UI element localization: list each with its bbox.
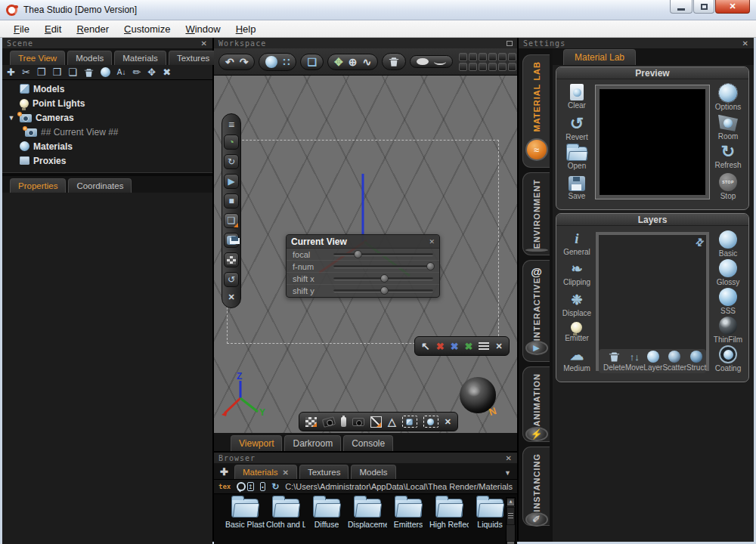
layout-cell[interactable] (488, 63, 497, 71)
fnum-slider[interactable] (333, 265, 433, 268)
diagonal-split-button[interactable] (370, 416, 382, 428)
clipping-button[interactable]: ❧ Clipping (563, 261, 590, 286)
camera-a-icon[interactable] (322, 416, 336, 428)
tab-models[interactable]: Models (67, 51, 112, 65)
camera-record-icon[interactable] (352, 418, 364, 426)
struct-button[interactable]: Struct (686, 351, 706, 372)
add-icon[interactable]: ✚ (7, 67, 15, 77)
delete-layer-button[interactable]: Delete (603, 351, 625, 372)
folder-item[interactable]: Basic Plastic (226, 499, 264, 544)
folder-up-icon[interactable]: ↥ (247, 482, 254, 491)
side-tab-material-lab[interactable]: MATERIAL LAB ≈ (522, 54, 550, 168)
tree-item-proxies[interactable]: Proxies (2, 153, 212, 168)
search-icon[interactable] (237, 482, 241, 491)
menu-file[interactable]: File (6, 21, 37, 37)
show-icon[interactable] (417, 58, 429, 65)
viewport-toolbar-close-icon[interactable]: ✕ (445, 416, 451, 427)
axis-snap-x-icon[interactable]: ✖ (436, 341, 445, 352)
axis-snap-z-icon[interactable]: ✖ (465, 341, 473, 352)
folder-item[interactable]: Cloth and Li (267, 499, 305, 544)
slider-thumb[interactable] (426, 262, 435, 270)
slider-thumb[interactable] (354, 250, 362, 258)
scroll-up-icon[interactable]: ▼ (507, 498, 515, 506)
menu-help[interactable]: Help (228, 21, 264, 37)
rotate-tool-button[interactable]: ⊕ (349, 57, 358, 67)
layout-cell[interactable] (459, 53, 467, 61)
scroll-thumb[interactable] (507, 507, 515, 525)
options-button[interactable]: Options (715, 84, 741, 111)
clear-button[interactable]: Clear (568, 84, 586, 110)
scroll-down-icon[interactable]: ▼ (507, 541, 515, 544)
select-sphere-dashed-button[interactable] (423, 416, 438, 428)
current-view-header[interactable]: Current View ✕ (287, 235, 439, 249)
folder-item[interactable]: Liquids (471, 499, 509, 544)
delete-button[interactable] (389, 56, 399, 67)
tab-console[interactable]: Console (343, 435, 393, 451)
copy-icon[interactable]: ❐ (37, 67, 46, 77)
browser-scrollbar[interactable]: ▼ ▼ (506, 497, 516, 544)
layout-cell[interactable] (459, 63, 467, 71)
close-strip-icon[interactable]: ✕ (228, 292, 234, 302)
browser-close-icon[interactable]: ✕ (506, 454, 513, 462)
thumbnails-button[interactable] (305, 417, 317, 427)
glossy-button[interactable]: Glossy (717, 259, 740, 286)
layout-cell[interactable] (498, 53, 507, 61)
copy-button[interactable]: ❏ (307, 57, 317, 67)
workspace-restore-icon[interactable] (507, 41, 513, 46)
layout-cell[interactable] (479, 63, 487, 71)
folder-item[interactable]: Emitters (389, 499, 427, 544)
add-layer-button[interactable]: Layer (643, 351, 662, 372)
move-layer-button[interactable]: ↑↓ Move (625, 351, 643, 372)
menu-edit[interactable]: Edit (37, 21, 69, 37)
folder-capture-icon[interactable]: • (260, 482, 265, 491)
transform-icon[interactable]: ✥ (147, 67, 156, 77)
tab-browser-models[interactable]: Models (351, 465, 395, 479)
axis-snap-y-icon[interactable]: ✖ (451, 341, 459, 352)
alpha-button[interactable] (224, 252, 239, 267)
tab-textures[interactable]: Textures (169, 51, 218, 65)
select-by-material-button[interactable] (265, 56, 277, 68)
fit-view-button[interactable]: ❏ (224, 213, 239, 228)
tab-properties[interactable]: Properties (10, 178, 66, 193)
collapse-arrow-icon[interactable]: ▼ (7, 114, 16, 122)
sort-az-icon[interactable]: A↓ (117, 67, 126, 77)
delete-icon[interactable] (84, 67, 94, 78)
gauge-button[interactable]: ◔ (224, 134, 239, 150)
tab-close-icon[interactable]: ✕ (283, 468, 289, 477)
folder-item[interactable]: Displaceme (349, 499, 386, 544)
save-image-button[interactable] (224, 233, 239, 248)
refresh-button[interactable]: ↻ Refresh (714, 144, 741, 169)
tab-browser-materials[interactable]: Materials✕ (234, 465, 297, 479)
tree-item-cameras[interactable]: ▼ Cameras (2, 110, 212, 125)
settings-close-icon[interactable]: ✕ (742, 39, 749, 48)
sss-button[interactable]: SSS (719, 288, 737, 315)
close-button[interactable]: ✕ (715, 0, 750, 14)
stop-button[interactable]: ■ (224, 193, 239, 209)
refresh-button[interactable]: ↺ (224, 272, 239, 287)
revert-button[interactable]: ↺ Revert (565, 116, 587, 141)
tab-material-lab[interactable]: Material Lab (563, 49, 636, 65)
tab-materials[interactable]: Materials (114, 51, 166, 65)
hide-icon[interactable] (434, 59, 446, 65)
menu-customize[interactable]: Customize (116, 21, 178, 37)
layout-cell[interactable] (508, 53, 516, 61)
scene-close-icon[interactable]: ✕ (201, 39, 208, 48)
menu-render[interactable]: Render (69, 21, 116, 37)
medium-button[interactable]: ☁ Medium (563, 347, 590, 372)
folder-item[interactable]: Diffuse (308, 499, 345, 544)
select-scatter-button[interactable]: ∷ (283, 57, 290, 67)
save-button[interactable]: Save (569, 176, 586, 200)
snap-list-icon[interactable] (479, 342, 489, 351)
select-box-dashed-button[interactable] (402, 416, 417, 428)
layout-cell[interactable] (488, 53, 497, 61)
play-button[interactable]: ▶ (224, 174, 239, 189)
emitter-button[interactable]: Emitter (565, 322, 589, 342)
layout-cell[interactable] (479, 53, 487, 61)
tab-viewport[interactable]: Viewport (231, 435, 282, 451)
swap-layers-icon[interactable]: ⇄ (692, 235, 706, 249)
tree-item-current-view[interactable]: ## Current View ## (2, 125, 212, 139)
side-tab-animation[interactable]: ANIMATION ⚡ (522, 366, 550, 442)
link-tool-button[interactable]: ∿ (362, 57, 371, 67)
undo-button[interactable]: ↶ (225, 57, 234, 67)
side-tab-environment[interactable]: ENVIRONMENT (522, 172, 550, 255)
